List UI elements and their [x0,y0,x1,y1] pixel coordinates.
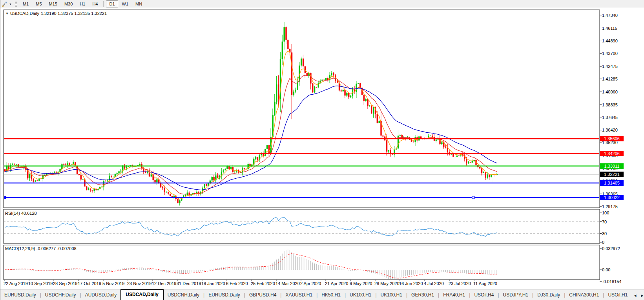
y-axis-label: 1.42475 [602,64,618,69]
chart-title: ▼ USDCAD,Daily 1.32190 1.32375 1.32135 1… [5,11,107,16]
trading-terminal-window: ▼ M1M5M15M30H1H4D1W1MN ▼ USDCAD,Daily 1.… [0,0,644,300]
chart-tab-dj30-daily[interactable]: DJ30,Daily [533,291,564,300]
candlestick-series [4,22,498,206]
chart-tab-usdcad-daily[interactable]: USDCAD,Daily [120,289,163,300]
price-line-label: 1.35606 [600,136,624,141]
x-axis-label: 28 May 2020 [374,281,400,286]
chart-tab-usoil-h4[interactable]: USOil,H4 [470,291,498,300]
chart-tab-gbpusd-h4[interactable]: GBPUSD,H4 [245,291,280,300]
y-axis-label: 1.46115 [602,26,617,31]
rsi-axis-label: 30 [602,231,607,236]
price-line-label: 1.33011 [600,163,624,169]
chart-tab-eurusd-daily[interactable]: EURUSD,Daily [204,291,244,300]
chart-area[interactable]: ▼ USDCAD,Daily 1.32190 1.32375 1.32135 1… [0,0,644,300]
x-axis-label: 12 Dec 2019 [152,281,176,286]
macd-axis-label: -0.018154 [602,279,622,284]
main-price-panel [4,22,600,206]
x-axis-label: 2 Apr 2020 [300,281,321,286]
price-line-label: 1.30022 [600,195,624,200]
y-axis-label: 1.29175 [602,204,618,209]
current-price-label: 1.32221 [600,172,624,177]
x-axis-label: 28 Sep 2019 [53,281,77,286]
y-axis-label: 1.36420 [602,128,618,132]
y-axis-label: 1.47340 [602,13,618,18]
tabs: EURUSD,Daily|USDCHF,Daily|AUDUSD,DailyUS… [0,289,631,300]
chart-tab-hk50-h1[interactable]: HK50,H1 [317,291,345,300]
x-axis-label: 5 Nov 2019 [102,281,124,286]
macd-axis-label: 0.032972 [602,246,620,251]
chart-tab-bar: EURUSD,Daily|USDCHF,Daily|AUDUSD,DailyUS… [0,289,644,300]
chart-tab-ger30-h1[interactable]: GER30,H1 [407,291,438,300]
line-handle-left[interactable] [4,196,6,199]
x-axis-label: 23 Jul 2020 [449,281,471,286]
x-axis-label: 10 Sep 2019 [28,281,53,286]
chart-tab-china300-h1[interactable]: CHINA300,H1 [565,291,603,300]
rsi-axis-label: 100 [602,210,609,215]
chart-tab-eurusd-daily[interactable]: EURUSD,Daily [0,291,40,300]
x-axis-label: 18 Jan 2020 [201,281,225,286]
x-axis-label: 11 Aug 2020 [473,281,497,286]
x-axis-label: 21 Apr 2020 [325,281,348,286]
price-line-label: 1.31405 [600,180,624,186]
chart-tab-uk100-h1[interactable]: UK100,H1 [346,291,375,300]
x-axis-label: 14 Mar 2020 [275,281,300,286]
y-axis-label: 1.41285 [602,77,618,81]
x-axis-label: 6 Feb 2020 [226,281,248,286]
x-axis-label: 25 Feb 2020 [251,281,275,286]
panel-border-2 [4,245,600,280]
chart-tab-usdchf-daily[interactable]: USDCHF,Daily [41,291,80,300]
chart-tab-usdcnh-daily[interactable]: USDCNH,Daily [164,291,203,300]
x-axis-label: 17 Oct 2019 [78,281,101,286]
y-axis-label: 1.44890 [602,38,618,43]
macd-panel [5,249,497,279]
x-axis-label: 31 Dec 2019 [177,281,201,286]
chart-tab-usdjpy-h1[interactable]: USDJPY,H1 [499,291,532,300]
x-axis-label: 4 Jul 2020 [424,281,444,286]
tab-scroll-left-icon[interactable]: ◄ [633,293,637,298]
horizontal-line-1.30022[interactable] [4,196,600,199]
rsi-axis-label: 0 [602,240,604,245]
chart-symbol-period: USDCAD,Daily [10,11,39,16]
moving-average-medium [5,75,497,194]
panel-border-0 [4,10,600,208]
macd-signal-line [5,254,497,278]
y-axis-label: 1.40060 [602,90,618,94]
x-axis-label: 16 Jun 2020 [399,281,423,286]
chart-collapse-caret[interactable]: ▼ [5,12,9,15]
y-axis-label: 1.38835 [602,102,618,107]
chart-canvas [0,0,644,300]
line-handle-right[interactable] [472,196,474,199]
price-line-label: 1.34206 [600,151,624,156]
macd-indicator-label: MACD(12,26,9) -0.006277 -0.007008 [5,246,77,251]
moving-average-fast [5,51,497,199]
y-axis-label: 1.43700 [602,51,618,56]
x-axis-label: 22 Aug 2019 [4,281,28,286]
x-axis-label: 9 May 2020 [350,281,372,286]
chart-ohlc-values: 1.32190 1.32375 1.32135 1.32221 [41,11,107,16]
chart-tab-xauusd-h1[interactable]: XAUUSD,H1 [281,291,316,300]
chart-tab-fra40-h1[interactable]: FRA40,H1 [439,291,469,300]
macd-axis-label: 0.00 [602,267,610,272]
chart-tab-audusd-daily[interactable]: AUDUSD,Daily [81,291,121,300]
rsi-panel [4,217,600,236]
x-axis-label: 23 Nov 2019 [127,281,151,286]
panel-border-1 [4,209,600,243]
rsi-axis-label: 70 [602,220,607,224]
y-axis-label: 1.37645 [602,115,618,120]
rsi-indicator-label: RSI(14) 40.6128 [5,211,37,216]
tab-scroll-right-icon[interactable]: ► [640,293,644,298]
chart-tab-usoil-h1[interactable]: USOil,H1 [604,291,631,300]
chart-tab-uk100-h1[interactable]: UK100,H1 [377,291,406,300]
tab-scroll-arrows: ◄ ► [631,292,644,300]
macd-histogram [5,249,497,279]
